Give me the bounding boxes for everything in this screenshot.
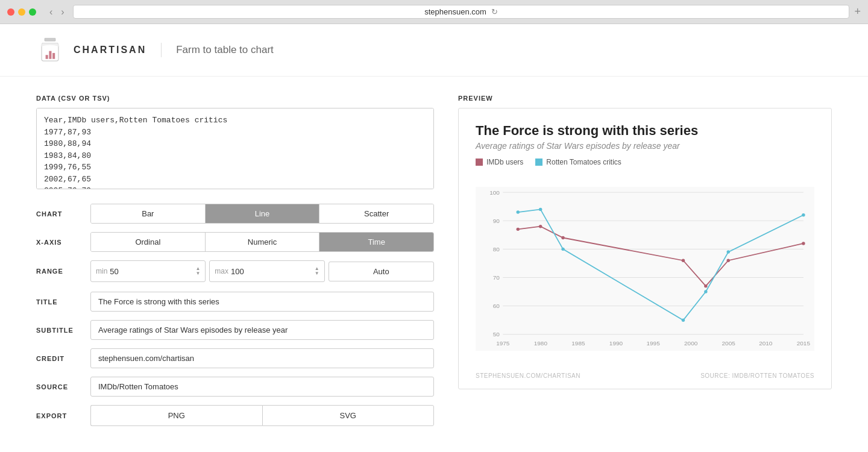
range-max-spinner[interactable]: ▲ ▼ [315, 266, 319, 276]
svg-point-35 [517, 210, 520, 213]
nav-buttons: ‹ › [46, 5, 68, 19]
browser-chrome: ‹ › stephensuen.com ↻ + [0, 0, 868, 24]
credit-label: CREDIT [36, 355, 90, 362]
legend-item-rt: Rotten Tomatoes critics [535, 158, 621, 166]
close-button[interactable] [7, 8, 14, 16]
export-png-button[interactable]: PNG [90, 405, 262, 426]
chart-card: The Force is strong with this series Ave… [458, 108, 832, 389]
svg-text:2010: 2010 [759, 340, 773, 347]
left-panel: DATA (CSV OR TSV) Year,IMDb users,Rotten… [36, 95, 434, 435]
svg-text:1995: 1995 [647, 340, 661, 347]
svg-text:2015: 2015 [797, 340, 811, 347]
range-inputs: min ▲ ▼ max ▲ ▼ [90, 260, 434, 282]
svg-point-34 [802, 242, 805, 245]
tagline: Farm to table to chart [176, 44, 274, 56]
header: CHARTISAN Farm to table to chart [0, 24, 868, 77]
svg-point-32 [704, 284, 707, 287]
svg-text:2005: 2005 [722, 340, 736, 347]
address-bar[interactable]: stephensuen.com ↻ [73, 5, 850, 19]
title-row: TITLE [36, 292, 434, 312]
logo-text: CHARTISAN [74, 45, 146, 55]
chart-subtitle: Average ratings of Star Wars episodes by… [476, 141, 814, 151]
svg-text:50: 50 [493, 331, 500, 337]
source-label: SOURCE [36, 383, 90, 391]
source-input[interactable] [90, 377, 434, 397]
range-max-wrap: max ▲ ▼ [209, 260, 324, 282]
chart-bar-button[interactable]: Bar [91, 204, 206, 223]
legend-rt-icon [535, 159, 542, 166]
range-auto-button[interactable]: Auto [329, 262, 434, 281]
svg-point-30 [561, 236, 564, 239]
chart-btn-group: Bar Line Scatter [90, 204, 434, 224]
minimize-button[interactable] [18, 8, 25, 16]
legend-imdb-icon [476, 159, 483, 166]
svg-rect-4 [476, 159, 483, 166]
svg-rect-5 [535, 159, 542, 166]
svg-point-40 [727, 250, 730, 253]
chart-line-button[interactable]: Line [206, 204, 320, 223]
credit-input[interactable] [90, 348, 434, 368]
svg-point-28 [517, 228, 520, 231]
range-min-spinner[interactable]: ▲ ▼ [195, 266, 200, 276]
svg-point-31 [682, 259, 685, 262]
data-label: DATA (CSV OR TSV) [36, 95, 434, 102]
url-text: stephensuen.com [424, 7, 486, 16]
xaxis-btn-group: Ordinal Numeric Time [90, 232, 434, 252]
chart-title: The Force is strong with this series [476, 123, 814, 139]
range-min-input[interactable] [110, 267, 134, 276]
range-label: RANGE [36, 268, 90, 275]
svg-point-33 [727, 259, 730, 262]
svg-text:90: 90 [493, 218, 500, 224]
chart-credit: STEPHENSUEN.COM/CHARTISAN [476, 372, 580, 379]
back-button[interactable]: ‹ [46, 5, 56, 19]
chart-footer: STEPHENSUEN.COM/CHARTISAN SOURCE: IMDB/R… [476, 372, 814, 379]
svg-text:80: 80 [493, 246, 500, 253]
svg-text:100: 100 [489, 189, 500, 196]
new-tab-button[interactable]: + [854, 5, 861, 18]
svg-text:1980: 1980 [534, 340, 548, 347]
range-row: RANGE min ▲ ▼ max ▲ [36, 260, 434, 282]
subtitle-input[interactable] [90, 320, 434, 340]
data-textarea[interactable]: Year,IMDb users,Rotten Tomatoes critics … [36, 108, 434, 189]
credit-row: CREDIT [36, 348, 434, 368]
range-max-input[interactable] [231, 267, 255, 276]
title-input[interactable] [90, 292, 434, 312]
chart-source: SOURCE: IMDB/ROTTEN TOMATOES [700, 372, 814, 379]
svg-point-38 [682, 318, 685, 321]
svg-text:70: 70 [493, 274, 500, 281]
chart-scatter-button[interactable]: Scatter [319, 204, 433, 223]
xaxis-time-button[interactable]: Time [319, 233, 433, 251]
svg-point-41 [802, 213, 805, 216]
svg-text:1975: 1975 [496, 340, 510, 347]
main-content: DATA (CSV OR TSV) Year,IMDb users,Rotten… [0, 77, 868, 452]
xaxis-numeric-button[interactable]: Numeric [206, 233, 320, 251]
source-row: SOURCE [36, 377, 434, 397]
export-svg-button[interactable]: SVG [262, 405, 435, 426]
logo-icon [36, 36, 64, 64]
subtitle-row: SUBTITLE [36, 320, 434, 340]
export-row: EXPORT PNG SVG [36, 405, 434, 426]
range-min-label: min [96, 267, 107, 275]
title-label: TITLE [36, 298, 90, 306]
export-btn-group: PNG SVG [90, 405, 434, 426]
right-panel: PREVIEW The Force is strong with this se… [458, 95, 832, 435]
svg-text:1990: 1990 [609, 340, 623, 347]
svg-point-36 [539, 208, 542, 211]
maximize-button[interactable] [29, 8, 36, 16]
svg-point-39 [704, 290, 707, 293]
export-label: EXPORT [36, 412, 90, 419]
reload-icon[interactable]: ↻ [491, 7, 498, 16]
svg-rect-3 [52, 53, 55, 59]
page: CHARTISAN Farm to table to chart DATA (C… [0, 24, 868, 452]
xaxis-label: X-AXIS [36, 239, 90, 246]
svg-text:1985: 1985 [571, 340, 585, 347]
range-min-wrap: min ▲ ▼ [90, 260, 206, 282]
chart-row: CHART Bar Line Scatter [36, 204, 434, 224]
xaxis-ordinal-button[interactable]: Ordinal [91, 233, 206, 251]
browser-titlebar: ‹ › stephensuen.com ↻ + [0, 0, 868, 24]
xaxis-row: X-AXIS Ordinal Numeric Time [36, 232, 434, 252]
range-max-label: max [215, 267, 228, 275]
chart-svg: 100 90 80 70 60 50 [476, 172, 814, 365]
forward-button[interactable]: › [57, 5, 68, 19]
svg-rect-0 [45, 38, 55, 41]
